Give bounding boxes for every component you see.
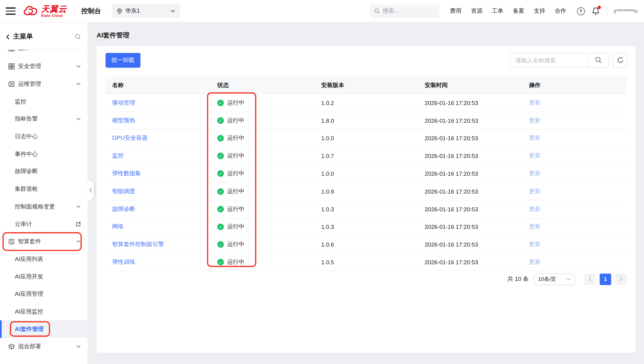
- installed-time: 2026-01-16 17:20:53: [425, 118, 478, 124]
- refresh-button[interactable]: [613, 53, 628, 68]
- package-name-link[interactable]: 智算套件控制面引擎: [112, 240, 164, 247]
- package-name-link[interactable]: 故障诊断: [112, 206, 135, 212]
- sidebar-item-clipped[interactable]: 插件: [0, 50, 87, 58]
- sidebar-item-cluster-inspection[interactable]: 集群巡检: [0, 180, 87, 198]
- sidebar-item-label: 事件中心: [15, 150, 81, 158]
- sidebar-item-fault-diagnosis[interactable]: 故障诊断: [0, 163, 87, 180]
- update-action-link[interactable]: 更新: [529, 223, 541, 230]
- next-page-button[interactable]: [615, 274, 627, 285]
- top-menu-item-icp-filing[interactable]: 备案: [513, 8, 524, 15]
- sidebar-item-ai-app-dev[interactable]: AI应用开发: [0, 268, 87, 286]
- top-menu-item-cooperation[interactable]: 合作: [555, 8, 566, 15]
- top-menu-item-support[interactable]: 支持: [534, 8, 545, 15]
- package-name-link[interactable]: 驱动管理: [112, 99, 135, 106]
- sidebar-item-ai-suite-mgmt[interactable]: AI套件管理: [0, 320, 87, 338]
- installed-time: 2026-01-16 17:20:53: [425, 188, 478, 195]
- update-action-link[interactable]: 更新: [529, 99, 541, 106]
- name-search-input[interactable]: [510, 53, 588, 68]
- sidebar-item-log-center[interactable]: 日志中心: [0, 128, 87, 146]
- package-name-link[interactable]: 弹性数据集: [112, 170, 141, 176]
- page-number-button[interactable]: 1: [600, 274, 611, 285]
- top-menu-item-tickets[interactable]: 工单: [492, 8, 504, 15]
- sidebar-item-label: AI应用管理: [15, 290, 81, 298]
- uninstall-all-button[interactable]: 统一卸载: [106, 53, 140, 68]
- sidebar-item-security-mgmt[interactable]: 安全管理: [0, 58, 87, 75]
- total-count-label: 共 10 条: [508, 276, 529, 283]
- pagination: 共 10 条 10条/页 1: [508, 274, 627, 285]
- check-circle-icon: ✓: [217, 153, 224, 159]
- app-viewport: 天翼云 State Cloud 控制台 华东1 搜索... 费: [0, 0, 644, 364]
- package-name-link[interactable]: 模型预热: [112, 117, 135, 124]
- status-label: 运行中: [227, 117, 245, 124]
- notification-bell-icon[interactable]: [592, 7, 599, 15]
- sidebar-item-event-center[interactable]: 事件中心: [0, 146, 87, 163]
- installed-time: 2026-01-16 17:20:53: [425, 170, 478, 177]
- region-label: 华东1: [125, 8, 168, 15]
- page-size-select[interactable]: 10条/页: [534, 274, 575, 285]
- chevron-left-icon: [6, 34, 10, 40]
- user-account-menu[interactable]: z********n: [613, 8, 637, 14]
- package-name-link[interactable]: 监控: [112, 152, 124, 159]
- prev-page-button[interactable]: [584, 274, 596, 285]
- sidebar-item-label: 控制面规格变更: [15, 203, 74, 210]
- sidebar-item-ai-app-list[interactable]: AI应用列表: [0, 250, 87, 268]
- update-action-link[interactable]: 更新: [529, 170, 541, 176]
- table-row: 驱动管理✓运行中1.0.22026-01-16 17:20:53更新: [106, 94, 626, 112]
- status-badge: ✓运行中: [217, 236, 315, 253]
- top-menu-item-resources[interactable]: 资源: [471, 8, 483, 15]
- update-action-link[interactable]: 更新: [529, 117, 541, 124]
- hamburger-menu-icon[interactable]: [6, 8, 16, 15]
- update-action-link[interactable]: 更新: [529, 152, 541, 159]
- top-menu-item-billing[interactable]: 费用: [450, 8, 462, 15]
- update-action-link[interactable]: 更新: [529, 188, 541, 194]
- search-button[interactable]: [588, 53, 609, 68]
- status-badge: ✓运行中: [217, 94, 315, 112]
- installed-version: 1.0.3: [321, 206, 334, 212]
- check-circle-icon: ✓: [217, 100, 224, 106]
- update-action-link[interactable]: 更新: [529, 240, 541, 247]
- table-row: 网络✓运行中1.0.32026-01-16 17:20:53更新: [106, 218, 626, 236]
- sidebar-item-control-plane-spec-change[interactable]: 控制面规格变更: [0, 198, 87, 216]
- status-badge: ✓运行中: [217, 165, 315, 182]
- chevron-down-icon: [170, 10, 175, 13]
- sidebar-item-ai-app-monitor[interactable]: AI应用监控: [0, 303, 87, 320]
- chevron-left-icon: [588, 277, 591, 282]
- sidebar-item-label: 集群巡检: [15, 186, 81, 193]
- sidebar-search-icon[interactable]: [75, 34, 81, 40]
- update-action-link[interactable]: 更新: [529, 134, 541, 141]
- global-search-input[interactable]: 搜索...: [369, 4, 440, 18]
- update-action-link[interactable]: 更新: [529, 206, 541, 212]
- sidebar-item-ops-mgmt[interactable]: 运维管理: [0, 75, 87, 93]
- sidebar-item-monitoring[interactable]: 监控: [0, 93, 87, 110]
- chip-icon: [8, 238, 15, 245]
- table-row: 模型预热✓运行中1.8.02026-01-16 17:20:53更新: [106, 112, 626, 130]
- status-label: 运行中: [227, 99, 245, 107]
- update-action-link[interactable]: 更新: [529, 258, 541, 265]
- sidebar-collapse-handle[interactable]: [87, 180, 94, 200]
- chevron-down-icon: [76, 65, 81, 68]
- sidebar-item-label: AI应用列表: [15, 256, 81, 263]
- sidebar-item-cloud-audit[interactable]: 云审计: [0, 216, 87, 233]
- installed-version: 1.0.0: [321, 170, 334, 177]
- help-icon[interactable]: ?: [577, 7, 585, 15]
- sidebar-item-ai-app-mgmt[interactable]: AI应用管理: [0, 286, 87, 303]
- sidebar-item-metric-alerts[interactable]: 指标告警: [0, 110, 87, 128]
- console-link[interactable]: 控制台: [81, 7, 101, 15]
- brand-logo[interactable]: 天翼云 State Cloud: [24, 5, 67, 17]
- table-row: 智算套件控制面引擎✓运行中1.0.62026-01-16 17:20:53更新: [106, 236, 626, 253]
- package-name-link[interactable]: GPU安全容器: [112, 134, 148, 141]
- sidebar-item-ai-suite[interactable]: 智算套件: [0, 233, 87, 250]
- package-name-link[interactable]: 智能调度: [112, 188, 135, 194]
- table-row: 故障诊断✓运行中1.0.32026-01-16 17:20:53更新: [106, 200, 626, 218]
- package-name-link[interactable]: 网络: [112, 223, 124, 230]
- sidebar-item-label: AI应用监控: [15, 308, 81, 316]
- sidebar-item-label: 云审计: [15, 220, 73, 228]
- table-row: 弹性训练✓运行中1.0.52026-01-16 17:20:53更新: [106, 253, 626, 271]
- region-selector[interactable]: 华东1: [112, 4, 180, 18]
- installed-version: 1.0.9: [321, 188, 334, 195]
- sidebar-back-main-menu[interactable]: 主菜单: [6, 32, 33, 41]
- brand-name-en: State Cloud: [41, 14, 67, 17]
- package-name-link[interactable]: 弹性训练: [112, 258, 135, 265]
- sidebar-item-hybrid-deploy[interactable]: 混合部署: [0, 338, 87, 356]
- external-link-icon: [76, 222, 81, 227]
